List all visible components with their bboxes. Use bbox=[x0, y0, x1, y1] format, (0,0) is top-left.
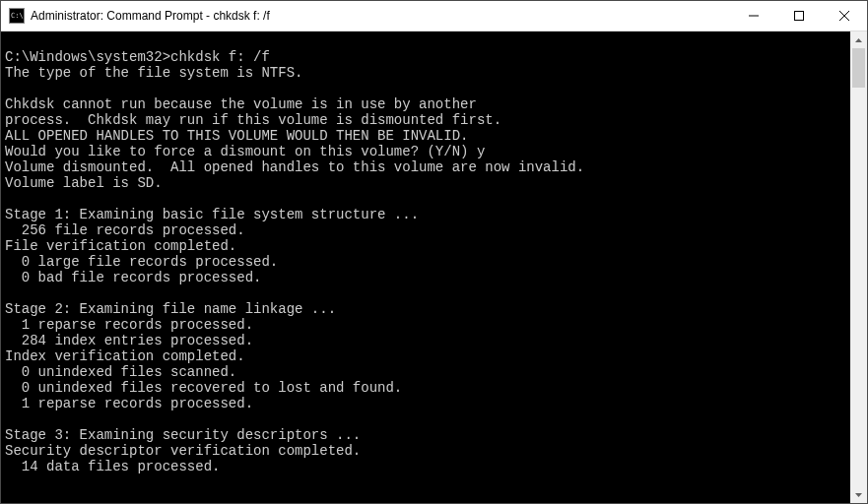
scrollbar-track[interactable] bbox=[850, 48, 867, 486]
terminal-line: The type of the file system is NTFS. bbox=[5, 65, 850, 81]
vertical-scrollbar[interactable] bbox=[850, 32, 867, 503]
terminal-line: Index verification completed. bbox=[5, 348, 850, 364]
terminal-line: Would you like to force a dismount on th… bbox=[5, 144, 850, 159]
terminal-line: process. Chkdsk may run if this volume i… bbox=[5, 112, 850, 128]
terminal-line: 256 file records processed. bbox=[5, 222, 850, 238]
close-button[interactable] bbox=[822, 1, 867, 31]
terminal-line: 0 bad file records processed. bbox=[5, 270, 850, 285]
cmd-icon: C:\ bbox=[9, 8, 25, 24]
terminal-line: ALL OPENED HANDLES TO THIS VOLUME WOULD … bbox=[5, 128, 850, 144]
terminal-line: 0 unindexed files scanned. bbox=[5, 364, 850, 380]
terminal-line: 1 reparse records processed. bbox=[5, 396, 850, 411]
terminal-line: 1 reparse records processed. bbox=[5, 317, 850, 333]
window-title: Administrator: Command Prompt - chkdsk f… bbox=[31, 9, 270, 23]
command-prompt-window: C:\ Administrator: Command Prompt - chkd… bbox=[0, 0, 868, 504]
scrollbar-thumb[interactable] bbox=[852, 48, 865, 88]
scroll-down-button[interactable] bbox=[850, 486, 867, 503]
terminal-line bbox=[5, 33, 850, 49]
terminal-line: Volume dismounted. All opened handles to… bbox=[5, 159, 850, 175]
scroll-up-button[interactable] bbox=[850, 32, 867, 48]
terminal-line: Stage 2: Examining file name linkage ... bbox=[5, 301, 850, 317]
terminal-line: Stage 3: Examining security descriptors … bbox=[5, 427, 850, 443]
terminal-line: 0 unindexed files recovered to lost and … bbox=[5, 380, 850, 396]
titlebar[interactable]: C:\ Administrator: Command Prompt - chkd… bbox=[1, 1, 867, 32]
terminal-line: File verification completed. bbox=[5, 238, 850, 254]
terminal-line: Security descriptor verification complet… bbox=[5, 443, 850, 459]
terminal-line: Volume label is SD. bbox=[5, 175, 850, 191]
terminal-line: 0 large file records processed. bbox=[5, 254, 850, 270]
terminal-line: 14 data files processed. bbox=[5, 459, 850, 474]
terminal-line bbox=[5, 285, 850, 301]
terminal-line bbox=[5, 191, 850, 207]
terminal-output[interactable]: C:\Windows\system32>chkdsk f: /fThe type… bbox=[1, 32, 850, 503]
terminal-line bbox=[5, 411, 850, 427]
terminal-line: C:\Windows\system32>chkdsk f: /f bbox=[5, 49, 850, 65]
terminal-line bbox=[5, 81, 850, 96]
terminal-line: Stage 1: Examining basic file system str… bbox=[5, 207, 850, 222]
client-area: C:\Windows\system32>chkdsk f: /fThe type… bbox=[1, 32, 867, 503]
terminal-line: Chkdsk cannot run because the volume is … bbox=[5, 96, 850, 112]
window-controls bbox=[731, 1, 867, 31]
minimize-button[interactable] bbox=[731, 1, 776, 31]
maximize-button[interactable] bbox=[776, 1, 822, 31]
terminal-line: 284 index entries processed. bbox=[5, 333, 850, 348]
svg-text:C:\: C:\ bbox=[11, 12, 24, 20]
svg-rect-3 bbox=[795, 12, 804, 21]
